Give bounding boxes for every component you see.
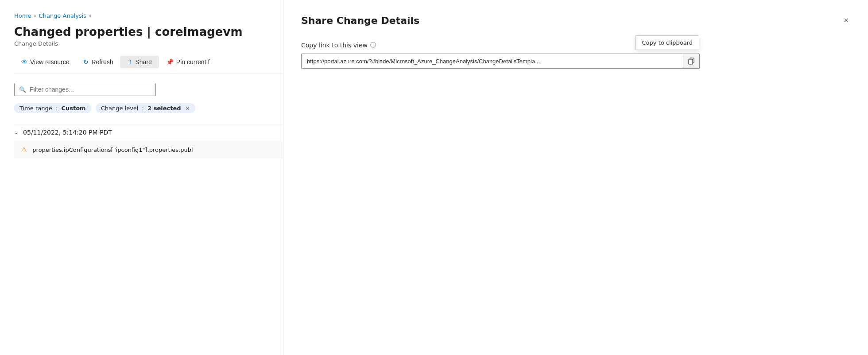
- change-level-chip[interactable]: Change level : 2 selected ✕: [96, 103, 195, 113]
- pin-icon: 📌: [166, 58, 174, 66]
- share-icon: ⇧: [127, 58, 132, 66]
- breadcrumb: Home › Change Analysis ›: [14, 12, 283, 19]
- url-input-row: Copy to clipboard: [301, 54, 700, 69]
- time-range-chip-label: Time range: [19, 105, 52, 112]
- clipboard-icon: [688, 58, 695, 65]
- change-level-chip-label: Change level: [101, 105, 139, 112]
- copy-to-clipboard-button[interactable]: [683, 54, 699, 68]
- change-level-chip-close[interactable]: ✕: [186, 105, 190, 112]
- search-input[interactable]: [30, 86, 151, 93]
- time-range-chip-value: Custom: [61, 105, 85, 112]
- change-item[interactable]: ⚠ properties.ipConfigurations["ipconfig1…: [14, 141, 283, 158]
- time-range-chip-separator: :: [54, 105, 60, 112]
- share-dialog: Share Change Details × Copy link to this…: [283, 0, 868, 355]
- info-icon[interactable]: ⓘ: [370, 41, 376, 49]
- change-group-header[interactable]: ⌄ 05/11/2022, 5:14:20 PM PDT: [14, 124, 283, 140]
- left-panel: Home › Change Analysis › Changed propert…: [0, 0, 283, 355]
- warning-icon: ⚠: [21, 146, 27, 154]
- breadcrumb-change-analysis[interactable]: Change Analysis: [39, 12, 86, 19]
- share-button[interactable]: ⇧ Share: [120, 56, 159, 68]
- view-resource-icon: 👁: [21, 58, 27, 66]
- copy-btn-wrapper: Copy to clipboard: [683, 54, 699, 68]
- search-icon: 🔍: [19, 86, 26, 93]
- chevron-down-icon: ⌄: [14, 129, 19, 135]
- page-title: Changed properties | coreimagevm: [14, 25, 275, 39]
- url-input[interactable]: [302, 54, 683, 68]
- change-group-timestamp: 05/11/2022, 5:14:20 PM PDT: [23, 129, 112, 136]
- change-item-text: properties.ipConfigurations["ipconfig1"]…: [32, 147, 193, 153]
- copy-tooltip: Copy to clipboard: [636, 35, 699, 50]
- dialog-header: Share Change Details ×: [301, 14, 850, 27]
- change-level-chip-value: 2 selected: [147, 105, 181, 112]
- view-resource-button[interactable]: 👁 View resource: [14, 56, 76, 68]
- svg-rect-1: [689, 59, 693, 64]
- close-button[interactable]: ×: [842, 14, 850, 27]
- copy-link-section: Copy link to this view ⓘ Copy to clipboa…: [301, 41, 850, 69]
- copy-link-label: Copy link to this view ⓘ: [301, 41, 850, 49]
- filter-row: Time range : Custom Change level : 2 sel…: [14, 103, 283, 113]
- pin-button[interactable]: 📌 Pin current f: [159, 56, 217, 68]
- change-group: ⌄ 05/11/2022, 5:14:20 PM PDT ⚠ propertie…: [14, 124, 283, 158]
- refresh-icon: ↻: [83, 58, 89, 66]
- pin-label: Pin current f: [176, 58, 209, 66]
- page-subtitle: Change Details: [14, 40, 283, 47]
- breadcrumb-chevron-2: ›: [89, 12, 91, 19]
- view-resource-label: View resource: [30, 58, 69, 66]
- search-bar: 🔍: [14, 83, 156, 96]
- change-level-chip-separator: :: [140, 105, 146, 112]
- toolbar: 👁 View resource ↻ Refresh ⇧ Share 📌 Pin …: [14, 56, 283, 74]
- share-label: Share: [135, 58, 151, 66]
- refresh-button[interactable]: ↻ Refresh: [76, 56, 120, 68]
- copy-link-text: Copy link to this view: [301, 42, 368, 49]
- breadcrumb-chevron-1: ›: [34, 12, 36, 19]
- dialog-title: Share Change Details: [301, 15, 419, 26]
- breadcrumb-home[interactable]: Home: [14, 12, 31, 19]
- time-range-chip[interactable]: Time range : Custom: [14, 103, 91, 113]
- refresh-label: Refresh: [91, 58, 113, 66]
